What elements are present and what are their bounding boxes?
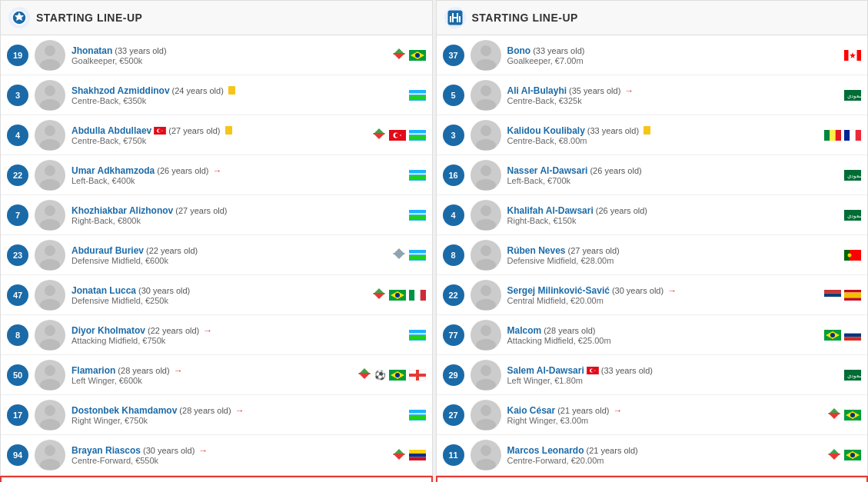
player-name: Brayan Riascos [72,445,141,456]
player-number: 3 [7,85,28,106]
player-age: (26 years old) [157,166,208,175]
player-avatar [471,440,501,470]
svg-rect-98 [844,130,850,141]
player-info: Marcos Leonardo (21 years old)Centre-For… [507,445,828,465]
player-row: 77Malcom (28 years old)Attacking Midfiel… [437,315,868,355]
team2-title: STARTING LINE-UP [472,12,578,24]
player-avatar [471,200,501,231]
player-avatar [35,120,65,151]
player-icons [827,448,861,463]
player-icons: ⚽ [358,367,426,382]
svg-rect-79 [409,450,426,454]
sub-icon [372,128,386,140]
player-age: (27 years old) [175,206,227,215]
svg-point-45 [45,285,55,296]
svg-marker-141 [828,413,840,419]
svg-point-23 [394,133,398,137]
player-number: 27 [443,404,464,426]
svg-rect-43 [409,253,426,254]
player-number: 29 [443,364,464,386]
player-number: 22 [443,284,464,306]
player-detail: Defensive Midfield, €250k [72,296,372,305]
svg-rect-27 [409,136,426,140]
player-name-line: Sergej Milinković-Savić (30 years old)→ [507,285,825,296]
svg-point-105 [481,205,491,216]
player-flag [409,210,426,221]
svg-rect-86 [844,50,849,61]
player-name-line: Abdurauf Buriev (22 years old) [72,245,392,256]
player-avatar [35,360,65,391]
sub-icon [827,407,841,420]
player-age: (22 years old) [148,326,199,335]
svg-marker-63 [358,373,371,379]
player-flag [824,130,841,141]
substitution-icon [392,448,406,463]
player-flag [844,50,861,61]
player-detail: Right-Back, €800k [72,216,409,225]
svg-rect-73 [409,413,426,414]
player-age: (30 years old) [612,286,663,295]
player-row: 19Jhonatan (33 years old)Goalkeeper, €50… [1,35,432,75]
player-flag [844,290,861,301]
svg-point-114 [481,285,491,296]
svg-rect-99 [850,130,855,141]
player-info: Sergej Milinković-Savić (30 years old)→C… [507,285,825,305]
player-age: (22 years old) [146,246,198,255]
player-icons [392,248,426,262]
player-info: Malcom (28 years old)Attacking Midfield,… [507,325,825,345]
svg-point-130 [481,365,491,376]
player-row: 22Sergej Milinković-Savić (30 years old)… [437,275,868,315]
svg-point-93 [481,125,491,136]
player-number: 8 [7,324,28,346]
svg-point-110 [476,259,496,270]
player-row: 3Kalidou Koulibaly (33 years old)Centre-… [437,115,868,155]
svg-rect-11 [409,93,426,95]
player-flag [409,90,426,101]
svg-marker-48 [373,293,385,299]
player-name-line: Marcos Leonardo (21 years old) [507,445,828,456]
svg-point-109 [481,245,491,256]
sub-icon [392,48,406,60]
player-number: 5 [443,85,464,106]
player-detail: Right Winger, €750k [72,416,409,425]
svg-rect-59 [409,336,426,340]
player-detail: Attacking Midfield, €750k [72,336,409,345]
player-name: Kaio César [507,405,556,416]
player-avatar [471,240,501,271]
player-info: Kalidou Koulibaly (33 years old)Centre-B… [507,125,825,145]
player-flag: سعودي [844,210,861,221]
substitution-icon [358,367,371,382]
svg-text:سعودي: سعودي [847,373,861,379]
svg-text:سعودي: سعودي [847,93,861,99]
yellow-card [644,126,650,135]
player-number: 19 [7,45,28,66]
player-info: Bono (33 years old)Goalkeeper, €7.00m [507,45,845,65]
player-icons [392,48,426,62]
player-name-line: Nasser Al-Dawsari (26 years old) [507,165,845,176]
player-detail: Left-Back, €700k [507,176,845,185]
svg-point-7 [415,53,420,58]
substitution-icon [827,407,841,422]
svg-rect-32 [409,176,426,180]
svg-point-33 [45,205,55,216]
player-icons [409,210,426,221]
player-detail: Right-Back, €150k [507,216,845,225]
player-row: 94Brayan Riascos (30 years old)→Centre-F… [1,435,432,475]
player-flag [409,250,426,261]
player-row: 50Flamarion (28 years old)→Left Winger, … [1,355,432,395]
svg-point-122 [481,325,491,336]
player-info: Ali Al-Bulayhi (35 years old)→Centre-Bac… [507,85,845,105]
svg-rect-12 [409,96,426,100]
player-detail: Centre-Forward, €550k [72,456,392,465]
svg-point-123 [476,339,496,350]
player-detail: Centre-Forward, €20.00m [507,456,828,465]
player-name-line: Kaio César (21 years old)→ [507,405,828,416]
svg-rect-58 [409,333,426,334]
player-age: (33 years old) [533,46,584,55]
player-name-line: Brayan Riascos (30 years old)→ [72,445,392,456]
inline-nationality-flag [587,367,599,374]
player-number: 17 [7,404,28,426]
svg-rect-36 [409,213,426,214]
player-row: 8Diyor Kholmatov (22 years old)→Attackin… [1,315,432,355]
player-age: (28 years old) [118,366,169,375]
